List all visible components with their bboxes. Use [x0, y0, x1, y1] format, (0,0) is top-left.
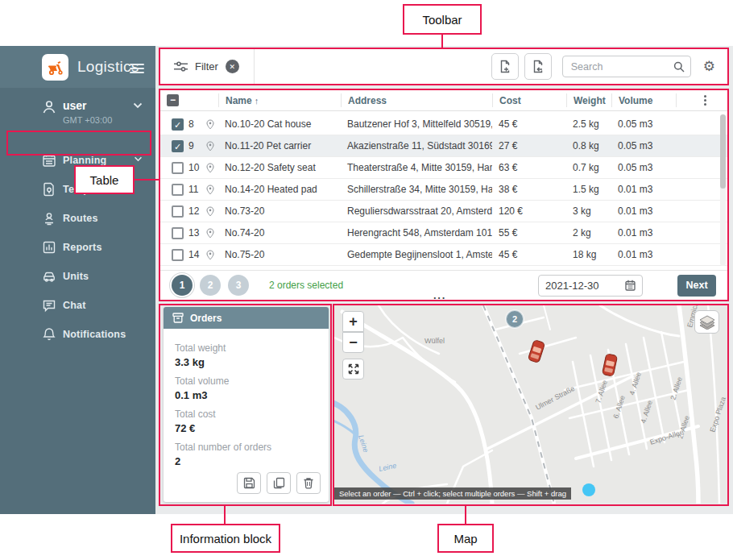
info-block-title: Orders — [190, 313, 222, 324]
sidebar-item-chat[interactable]: Chat — [0, 291, 155, 320]
row-checkbox[interactable] — [172, 205, 184, 218]
date-value: 2021-12-30 — [545, 280, 599, 292]
order-volume: 0.01 m3 — [611, 184, 676, 195]
map-zoom-out-button[interactable]: − — [342, 332, 364, 353]
order-name: No.73-20 — [218, 205, 341, 217]
table-row[interactable]: ✓9No.11-20 Pet carrierAkazienstraße 11, … — [160, 135, 727, 157]
add-order-button[interactable] — [491, 53, 519, 80]
row-number: 12 — [188, 205, 201, 217]
order-weight: 0.7 kg — [566, 162, 611, 173]
row-checkbox[interactable] — [172, 184, 184, 196]
user-timezone: GMT +03:00 — [63, 115, 144, 125]
column-header-address[interactable]: Address — [341, 93, 492, 107]
order-volume: 0.05 m3 — [611, 140, 676, 151]
column-header-weight[interactable]: Weight — [566, 93, 611, 107]
table-row[interactable]: 11No.14-20 Heated padSchillerstraße 34, … — [160, 179, 727, 201]
column-header-volume[interactable]: Volume — [611, 93, 676, 107]
document-plus-icon — [499, 60, 511, 73]
info-field-value: 72 € — [175, 422, 317, 434]
search-input[interactable] — [563, 56, 690, 77]
map[interactable]: WülfelUlmer Straße7. Allee6. Allee4. All… — [334, 305, 727, 504]
search-icon[interactable] — [673, 61, 685, 73]
select-all-checkbox[interactable]: − — [167, 94, 179, 106]
order-volume: 0.05 m3 — [611, 162, 676, 173]
map-zoom-in-button[interactable]: + — [342, 311, 364, 332]
order-name: No.74-20 — [218, 227, 341, 239]
table-row[interactable]: 10No.12-20 Safety seatTheaterstraße 4, M… — [160, 157, 727, 179]
table-row[interactable]: 14No.75-20Gedempte Begijnensloot 1, Amst… — [160, 244, 727, 266]
routes-icon — [42, 211, 56, 226]
import-order-button[interactable] — [524, 53, 552, 80]
order-weight: 2 kg — [566, 227, 611, 239]
page-step-3[interactable]: 3 — [228, 275, 249, 296]
sidebar-item-units[interactable]: Units — [0, 262, 155, 291]
order-weight: 0.8 kg — [566, 140, 611, 151]
row-checkbox[interactable] — [172, 227, 184, 239]
column-settings-kebab-icon[interactable] — [702, 93, 708, 107]
column-header-name[interactable]: Name↑ — [218, 93, 341, 107]
location-dot-marker[interactable] — [582, 483, 595, 496]
order-cluster-marker[interactable]: 2 — [506, 310, 524, 328]
location-pin-icon — [206, 163, 214, 173]
orders-box-icon — [172, 313, 184, 323]
row-checkbox[interactable]: ✓ — [172, 118, 184, 131]
table-row[interactable]: 13No.74-20Herengracht 548, Amsterdam 101… — [160, 222, 727, 244]
order-address: Schillerstraße 34, Mitte 30159, Han… — [341, 184, 492, 195]
page-step-2[interactable]: 2 — [200, 275, 221, 296]
map-hint-bar: Select an order — Ctrl + click; select m… — [334, 487, 571, 500]
order-address: Herengracht 548, Amsterdam 1017… — [341, 227, 492, 239]
scrollbar-thumb[interactable] — [720, 114, 726, 189]
clear-filter-icon[interactable]: ✕ — [226, 60, 239, 73]
page-step-1[interactable]: 1 — [172, 275, 193, 296]
calendar-icon — [42, 153, 56, 168]
map-label: Wülfel — [424, 337, 445, 345]
info-field-value: 0.1 m3 — [175, 389, 317, 401]
table-row[interactable]: ✓8No.10-20 Cat houseBautzener Hof 3, Mit… — [160, 114, 727, 135]
column-header-cost[interactable]: Cost — [492, 93, 566, 107]
sidebar: Logistics user GMT +03:00 PlanningTempla… — [0, 46, 155, 514]
copy-button[interactable] — [267, 472, 291, 494]
user-menu[interactable]: user GMT +03:00 — [0, 88, 155, 135]
hamburger-menu-icon[interactable] — [130, 61, 144, 76]
filter-button[interactable]: Filter — [195, 60, 218, 73]
sidebar-item-reports[interactable]: Reports — [0, 233, 155, 262]
map-layers-button[interactable] — [694, 310, 719, 334]
sidebar-item-label: Units — [63, 271, 89, 282]
row-checkbox[interactable] — [172, 249, 184, 261]
location-pin-icon — [206, 250, 214, 260]
delete-button[interactable] — [296, 472, 321, 494]
order-cost: 63 € — [492, 162, 566, 173]
table-row[interactable]: 12No.73-20Reguliersdwarsstraat 20, Amste… — [160, 201, 727, 222]
orders-selected-status: 2 orders selected — [269, 280, 343, 291]
filter-sliders-icon[interactable] — [174, 60, 188, 73]
row-number: 13 — [188, 227, 201, 239]
row-number: 9 — [188, 140, 201, 151]
chevron-down-icon — [133, 102, 143, 109]
sidebar-item-routes[interactable]: Routes — [0, 204, 155, 233]
order-address: Gedempte Begijnensloot 1, Amster… — [341, 249, 492, 260]
pane-splitter-handle[interactable]: ··· — [433, 292, 446, 304]
order-name: No.12-20 Safety seat — [218, 162, 341, 173]
info-block-header: Orders — [164, 307, 329, 329]
save-icon — [243, 477, 255, 489]
template-icon — [42, 182, 56, 197]
order-volume: 0.01 m3 — [611, 227, 676, 239]
info-field-label: Total cost — [175, 409, 317, 420]
save-button[interactable] — [237, 472, 261, 494]
row-checkbox[interactable]: ✓ — [172, 140, 184, 152]
settings-gear-icon[interactable]: ⚙ — [703, 60, 715, 73]
sidebar-header: Logistics — [0, 46, 155, 88]
filter-group: Filter ✕ — [160, 49, 255, 84]
order-volume: 0.01 m3 — [611, 205, 676, 217]
info-field-value: 2 — [175, 455, 317, 467]
toolbar-callout-label: Toolbar — [403, 4, 482, 35]
logistics-logo-icon — [42, 54, 68, 81]
row-checkbox[interactable] — [172, 162, 184, 174]
info-block-actions — [237, 472, 321, 494]
order-volume: 0.05 m3 — [611, 118, 676, 130]
user-icon — [41, 99, 57, 115]
next-button[interactable]: Next — [677, 275, 716, 297]
map-fullscreen-button[interactable] — [342, 359, 364, 380]
sidebar-item-notifications[interactable]: Notifications — [0, 320, 155, 349]
date-picker[interactable]: 2021-12-30 — [538, 275, 643, 297]
